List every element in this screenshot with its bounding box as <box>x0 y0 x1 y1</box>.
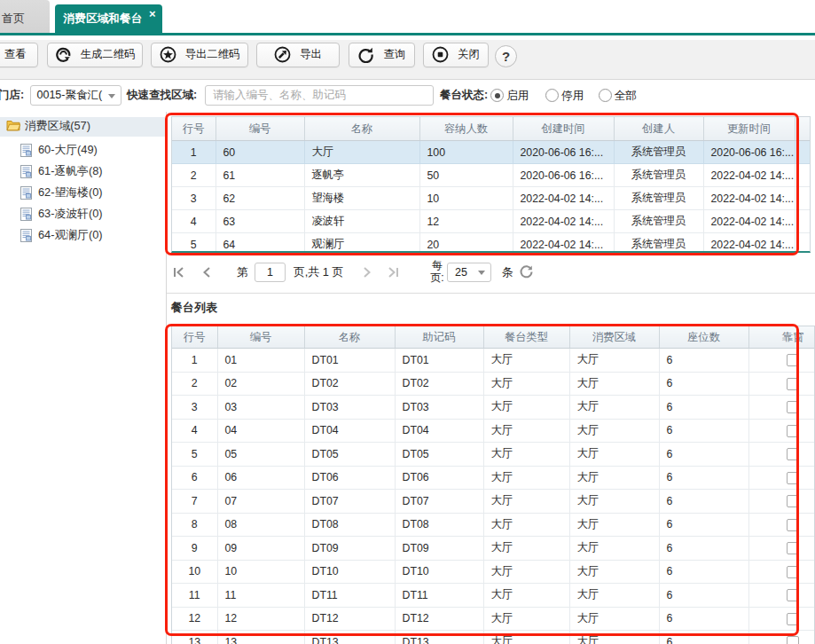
column-header[interactable]: 创建人 <box>614 117 703 141</box>
table-cell <box>795 164 810 187</box>
table-cell: DT07 <box>304 490 395 514</box>
table-row[interactable]: 404DT04DT04大厅大厅6 <box>172 419 815 443</box>
table-row[interactable]: 101DT01DT01大厅大厅6 <box>172 349 815 373</box>
tree-item-4[interactable]: 64-观澜厅(0) <box>0 225 165 245</box>
tree-item-label: 62-望海楼(0) <box>38 185 103 200</box>
table-cell: DT08 <box>304 513 395 537</box>
toolbar-button-generate-qr[interactable]: 生成二维码 <box>47 43 143 68</box>
per-page-label: 每 页: <box>425 259 450 284</box>
checkbox[interactable] <box>787 589 799 601</box>
tree-item-2[interactable]: 62-望海楼(0) <box>0 183 165 202</box>
table-row[interactable]: 463凌波轩122022-04-02 14:...系统管理员2022-04-02… <box>172 210 810 233</box>
toolbar-button-view[interactable]: 查看 <box>0 43 38 68</box>
column-header[interactable]: 餐台类型 <box>483 326 569 349</box>
checkbox[interactable] <box>787 519 799 531</box>
table-row[interactable]: 303DT03DT03大厅大厅6 <box>172 396 815 420</box>
table-cell: 2022-04-02 14:... <box>703 210 795 233</box>
checkbox[interactable] <box>787 354 799 366</box>
checkbox[interactable] <box>787 566 799 578</box>
table-row[interactable]: 261逐帆亭502020-06-06 16:...系统管理员2022-04-02… <box>172 164 810 187</box>
table-row[interactable]: 707DT07DT07大厅大厅6 <box>172 490 815 514</box>
status-radio-label: 全部 <box>615 89 638 102</box>
column-header[interactable]: 行号 <box>172 117 216 141</box>
document-icon <box>20 229 32 242</box>
toolbar-button-query[interactable]: 查询 <box>349 43 415 68</box>
table-cell: 5 <box>172 233 216 253</box>
table-cell: 大厅 <box>569 631 659 644</box>
store-dropdown[interactable]: 0015-聚食汇( <box>30 85 122 106</box>
table-row[interactable]: 1212DT12DT12大厅大厅6 <box>172 607 815 631</box>
table-row[interactable]: 1111DT11DT11大厅大厅6 <box>172 584 815 608</box>
toolbar-button-label: 导出二维码 <box>185 47 239 62</box>
per-page-select[interactable]: 25 <box>447 263 491 283</box>
checkbox[interactable] <box>787 613 799 625</box>
table-row[interactable]: 606DT06DT06大厅大厅6 <box>172 466 815 490</box>
table-list-title: 餐台列表 <box>171 300 217 316</box>
column-header[interactable]: 容纳人数 <box>419 117 513 141</box>
table-cell <box>748 372 815 396</box>
checkbox[interactable] <box>787 542 799 554</box>
toolbar-button-export-qr[interactable]: 导出二维码 <box>151 43 248 68</box>
radio-selected-icon <box>490 89 504 102</box>
column-header[interactable] <box>795 117 810 141</box>
table-status-label: 餐台状态: <box>440 89 488 102</box>
table-cell: 大厅 <box>569 419 659 443</box>
status-radio-0[interactable]: 启用 <box>490 89 529 102</box>
table-row[interactable]: 505DT05DT05大厅大厅6 <box>172 443 815 467</box>
column-header[interactable]: 创建时间 <box>513 117 614 141</box>
status-radio-2[interactable]: 全部 <box>599 89 638 102</box>
table-cell: 12 <box>419 210 513 233</box>
checkbox[interactable] <box>787 448 799 460</box>
table-cell: DT11 <box>395 584 483 608</box>
column-header[interactable]: 助记码 <box>395 326 483 349</box>
table-row[interactable]: 1313DT13DT13大厅大厅6 <box>172 631 815 644</box>
checkbox[interactable] <box>787 636 799 644</box>
tree-item-1[interactable]: 61-逐帆亭(8) <box>0 161 165 181</box>
column-header[interactable]: 编号 <box>216 117 304 141</box>
unit-label: 条 <box>502 265 513 280</box>
column-header[interactable]: 编号 <box>217 326 304 349</box>
table-row[interactable]: 808DT08DT08大厅大厅6 <box>172 513 815 537</box>
column-header[interactable]: 行号 <box>172 326 217 349</box>
checkbox[interactable] <box>787 401 799 413</box>
help-button[interactable]: ? <box>495 45 517 67</box>
tree-item-0[interactable]: 60-大厅(49) <box>0 141 165 161</box>
tab-home[interactable]: 首页 <box>0 0 50 33</box>
toolbar-button-close[interactable]: 关闭 <box>423 43 489 68</box>
tab-close-icon[interactable]: × <box>149 8 156 20</box>
table-row[interactable]: 1010DT10DT10大厅大厅6 <box>172 560 815 584</box>
table-cell <box>748 537 815 561</box>
page-number-input[interactable]: 1 <box>255 263 286 283</box>
tree-root-consumption-area[interactable]: 消费区域(57) <box>0 117 165 137</box>
toolbar-button-label: 导出 <box>300 47 322 62</box>
checkbox[interactable] <box>787 472 799 484</box>
quick-search-input[interactable]: 请输入编号、名称、助记码 <box>205 85 434 106</box>
prev-page-button[interactable] <box>202 267 211 278</box>
refresh-icon[interactable] <box>519 264 534 279</box>
column-header[interactable]: 名称 <box>304 326 395 349</box>
checkbox[interactable] <box>787 425 799 437</box>
table-row[interactable]: 202DT02DT02大厅大厅6 <box>172 372 815 396</box>
tab-consumption-area[interactable]: 消费区域和餐台 × <box>55 4 162 33</box>
table-cell: 大厅 <box>483 584 569 608</box>
checkbox[interactable] <box>787 495 799 507</box>
first-page-button[interactable] <box>173 267 184 278</box>
column-header[interactable]: 靠窗 <box>748 326 815 349</box>
column-header[interactable]: 更新时间 <box>703 117 795 141</box>
table-cell: 50 <box>419 164 513 187</box>
table-row[interactable]: 362望海楼102022-04-02 14:...系统管理员2022-04-02… <box>172 187 810 210</box>
column-header[interactable]: 座位数 <box>659 326 748 349</box>
table-row[interactable]: 160大厅1002020-06-06 16:...系统管理员2020-06-06… <box>172 141 810 164</box>
checkbox[interactable] <box>787 378 799 390</box>
tree-item-3[interactable]: 63-凌波轩(0) <box>0 204 165 224</box>
last-page-button[interactable] <box>388 267 399 278</box>
export-qr-icon <box>160 46 176 63</box>
document-icon <box>20 186 32 200</box>
table-row[interactable]: 564观澜厅202022-04-02 14:...系统管理员2022-04-02… <box>172 233 810 253</box>
next-page-button[interactable] <box>363 267 372 278</box>
column-header[interactable]: 消费区域 <box>569 326 659 349</box>
toolbar-button-export[interactable]: 导出 <box>256 43 340 68</box>
column-header[interactable]: 名称 <box>304 117 419 141</box>
table-row[interactable]: 909DT09DT09大厅大厅6 <box>172 537 815 561</box>
status-radio-1[interactable]: 停用 <box>545 89 584 102</box>
